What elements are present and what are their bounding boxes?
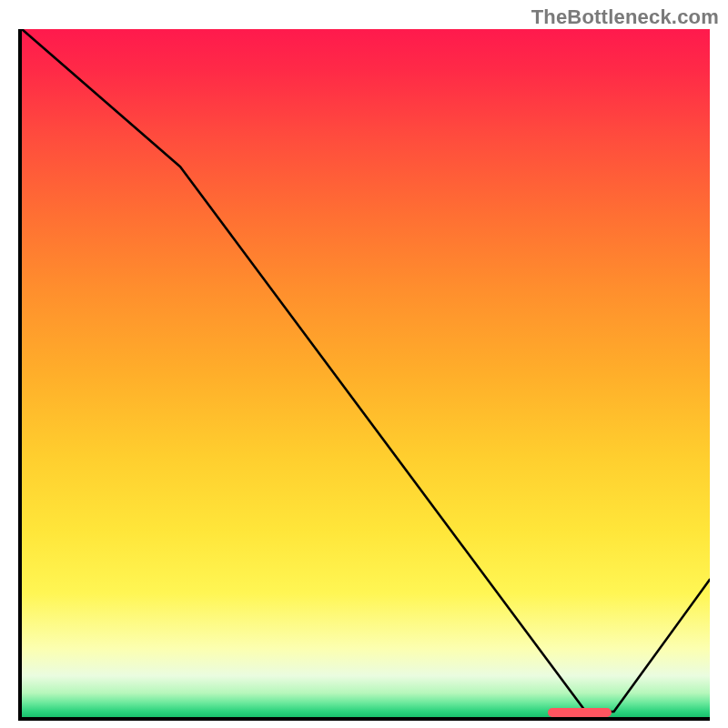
watermark-text: TheBottleneck.com xyxy=(531,5,719,29)
chart-container: TheBottleneck.com xyxy=(0,0,728,728)
plot-area xyxy=(18,29,710,721)
highlight-marker xyxy=(548,708,612,717)
curve-path xyxy=(22,29,710,712)
curve-svg xyxy=(22,29,710,717)
